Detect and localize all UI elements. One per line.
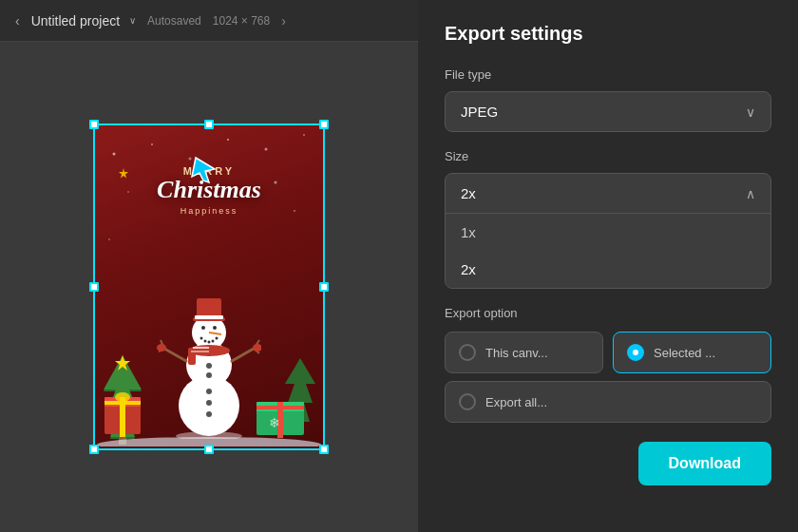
svg-point-27 [212,340,215,343]
svg-point-22 [213,326,217,330]
svg-point-41 [157,344,166,352]
export-panel: Export settings File type JPEG ∨ Size 2x… [418,0,798,532]
file-type-label: File type [445,67,771,82]
svg-rect-30 [188,348,196,365]
size-value: 2x [461,185,476,201]
svg-point-3 [227,139,229,141]
svg-point-45 [206,411,212,417]
svg-point-0 [113,153,116,156]
size-option-1x[interactable]: 1x [446,214,770,251]
svg-point-33 [206,363,212,369]
svg-point-24 [200,337,203,340]
svg-point-5 [303,134,305,136]
file-type-chevron-icon: ∨ [746,104,755,120]
svg-point-26 [208,341,211,344]
svg-rect-57 [256,406,304,409]
svg-line-38 [232,349,254,361]
size-label: Size [445,149,771,163]
size-dropdown[interactable]: 2x ∧ 1x 2x [445,173,771,289]
export-all-row: Export all... [445,381,771,423]
handle-middle-left[interactable] [89,282,99,292]
svg-point-46 [176,431,242,439]
svg-point-42 [253,344,261,352]
export-all-option[interactable]: Export all... [445,381,771,423]
snowman-icon [157,296,261,439]
size-chevron-icon: ∧ [746,186,755,201]
canvas-area: ‹ Untitled project ∨ Autosaved 1024 × 76… [0,0,418,532]
selected-text: Selected ... [654,346,715,360]
this-canvas-radio[interactable] [459,344,476,361]
export-option-label: Export option [445,306,771,320]
export-all-radio[interactable] [459,393,476,410]
nav-back-button[interactable]: ‹ [11,10,24,32]
card-christmas-text: Christmas [157,177,261,204]
card-sub-text: Happiness [157,206,261,216]
file-type-value: JPEG [461,104,498,120]
svg-point-8 [294,210,295,212]
this-canvas-option[interactable]: This canv... [445,332,603,373]
canvas-workspace: MERRY Christmas Happiness [0,42,418,532]
svg-point-25 [204,340,207,343]
size-options-list: 1x 2x [446,213,770,288]
size-option-2x[interactable]: 2x [446,251,770,288]
svg-point-34 [206,372,212,378]
handle-middle-right[interactable] [319,282,329,292]
svg-marker-10 [119,168,128,179]
svg-point-4 [265,148,268,151]
project-title: Untitled project [31,13,120,28]
top-bar: ‹ Untitled project ∨ Autosaved 1024 × 76… [0,0,418,42]
selected-option[interactable]: Selected ... [613,332,771,373]
file-type-dropdown[interactable]: JPEG ∨ [445,91,771,132]
export-all-text: Export all... [485,395,547,409]
svg-point-6 [127,191,129,193]
svg-point-7 [275,181,277,184]
extra-icon: › [281,13,286,28]
svg-point-43 [206,389,212,394]
handle-top-center[interactable] [204,120,214,129]
svg-rect-20 [195,315,223,319]
autosaved-label: Autosaved [147,14,201,28]
svg-point-53 [115,392,130,402]
handle-top-left[interactable] [89,120,99,129]
size-dropdown-header[interactable]: 2x ∧ [446,174,770,213]
svg-text:❄: ❄ [269,415,280,430]
selected-radio[interactable] [627,344,644,361]
handle-bottom-right[interactable] [319,445,329,454]
export-options-row: This canv... Selected ... [445,332,771,373]
svg-point-1 [151,143,153,145]
svg-point-28 [216,337,218,340]
download-button[interactable]: Download [638,442,771,485]
this-canvas-text: This canv... [485,346,548,360]
svg-point-21 [201,326,205,330]
handle-bottom-left[interactable] [89,445,99,454]
svg-line-35 [164,349,186,361]
svg-point-44 [206,400,212,406]
canvas-image: MERRY Christmas Happiness [95,125,323,448]
handle-top-right[interactable] [319,120,329,129]
christmas-card: MERRY Christmas Happiness [95,125,323,448]
export-panel-title: Export settings [445,23,771,45]
handle-bottom-center[interactable] [204,445,214,454]
canvas-frame[interactable]: MERRY Christmas Happiness [95,125,323,448]
canvas-size-label: 1024 × 768 [213,14,270,28]
title-chevron-icon: ∨ [129,15,136,26]
